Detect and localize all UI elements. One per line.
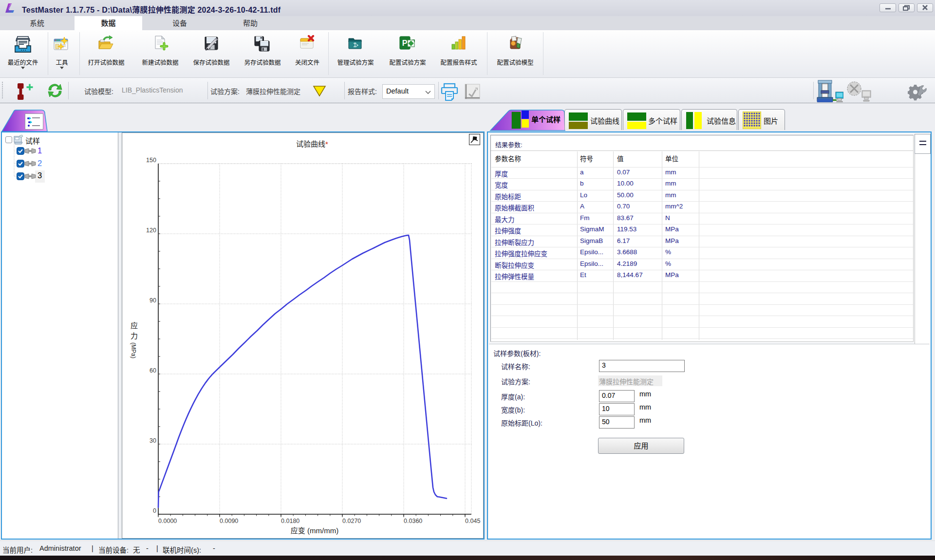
svg-text:0.0180: 0.0180 — [281, 518, 299, 524]
svg-text:单个试样: 单个试样 — [531, 115, 561, 124]
svg-text:试验曲线*: 试验曲线* — [296, 140, 328, 148]
svg-text:0.0360: 0.0360 — [404, 518, 422, 524]
svg-text:0.0090: 0.0090 — [220, 518, 238, 524]
svg-text:P: P — [402, 39, 408, 47]
svg-text:0.045: 0.045 — [465, 518, 480, 524]
svg-text:应变 (mm/mm): 应变 (mm/mm) — [291, 526, 338, 535]
svg-text:0: 0 — [153, 507, 156, 514]
svg-text:90: 90 — [150, 297, 156, 304]
svg-text:150: 150 — [146, 157, 156, 164]
svg-text:120: 120 — [146, 227, 156, 234]
svg-text:0.0000: 0.0000 — [158, 518, 177, 524]
svg-text:30: 30 — [150, 437, 156, 444]
svg-text:60: 60 — [150, 367, 156, 374]
svg-text:0.0270: 0.0270 — [342, 518, 361, 524]
